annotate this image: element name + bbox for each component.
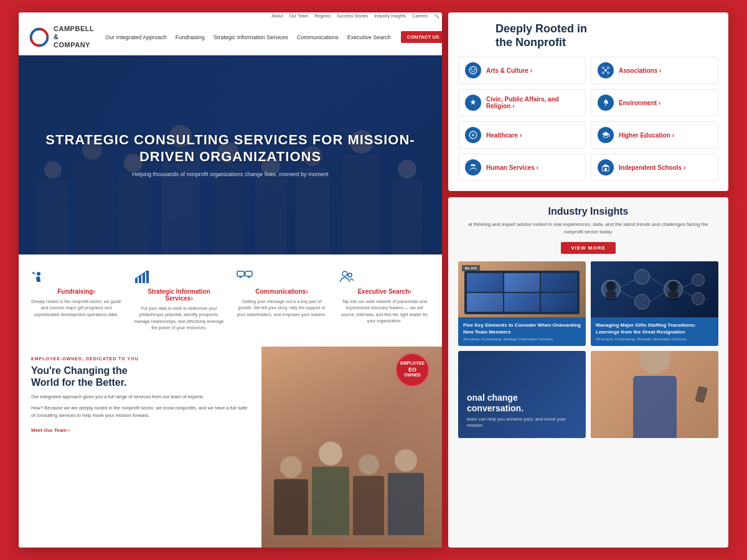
top-tiny-nav: About Our Team Regions Success Stories I… [19,12,442,20]
insight-meta-1: All entries, Fundraising, Strategic Info… [463,337,581,341]
our-team-link[interactable]: Our Team [289,14,309,19]
bottom-card-right [591,351,718,438]
svg-line-43 [683,283,692,287]
logo[interactable]: CAMPBELL & COMPANY [29,25,95,50]
industry-healthcare[interactable]: Healthcare › [458,121,586,149]
arts-icon [465,62,481,78]
svg-point-10 [342,271,347,276]
healthcare-icon [465,127,481,143]
svg-point-19 [608,72,609,74]
meet-team-link[interactable]: Meet Our Team › [31,427,70,433]
svg-point-30 [473,164,476,167]
insight-card-1[interactable]: BLOG Five Key Elements to Consider Wh [458,261,586,346]
independent-schools-icon [598,159,614,175]
hero-section: STRATEGIC CONSULTING SERVICES FOR MISSIO… [19,55,442,254]
svg-point-14 [474,69,475,70]
industry-independent-schools[interactable]: Independent Schools › [591,154,718,181]
tagline-desc2: How? Because we are deeply rooted in the… [31,404,249,419]
search-icon[interactable]: 🔍 [434,14,439,19]
bottom-card-desc: team can help you achieve pact, and move… [467,416,577,429]
communications-icon [237,269,327,284]
strategic-icon [134,269,224,284]
executive-icon [339,269,430,284]
higher-education-icon [598,127,614,143]
industry-civic[interactable]: Civic, Public Affairs, and Religion › [458,89,586,116]
insight-meta-2: All sectors, Fundraising, Strategic Info… [596,337,713,341]
bottom-grid: onal change conversation. team can help … [458,351,718,438]
contact-button[interactable]: CONTACT US [401,31,442,43]
nav-strategic[interactable]: Strategic Information Services [214,34,288,40]
svg-line-23 [606,71,608,72]
service-communications: Communications› Getting your message out… [237,269,327,332]
insights-grid: BLOG Five Key Elements to Consider Wh [458,261,718,346]
service-name-fundraising[interactable]: Fundraising› [31,288,121,295]
nav-fundraising[interactable]: Fundraising [176,34,205,40]
nav-communications[interactable]: Communications [297,34,339,40]
bottom-card-left: onal change conversation. team can help … [458,351,586,438]
success-stories-link[interactable]: Success Stories [337,14,368,19]
svg-point-38 [692,292,705,305]
healthcare-label: Healthcare › [486,132,522,139]
insight-card-title-2: Managing Major Gifts Staffing Transition… [596,322,713,335]
industry-arts[interactable]: Arts & Culture › [458,57,586,84]
svg-point-35 [635,294,650,309]
svg-line-22 [604,71,605,72]
view-more-button[interactable]: VIEW MORE [561,242,616,254]
svg-rect-6 [143,273,145,283]
associations-label: Associations › [619,67,661,74]
human-services-icon [465,159,481,175]
svg-line-40 [621,291,635,299]
svg-point-37 [692,274,705,286]
employee-label: EMPLOYEE-OWNED, DEDICATED TO YOU [31,357,249,361]
svg-line-44 [683,291,692,296]
environment-icon [598,95,614,111]
svg-point-47 [669,281,679,291]
dropdown-panel: Deeply Rooted in the Nonprofit Arts & Cu… [448,12,728,191]
svg-point-1 [37,272,40,276]
associations-icon [598,62,614,78]
industry-higher-education[interactable]: Higher Education › [591,121,718,149]
industry-environment[interactable]: Environment › [591,89,718,116]
svg-point-3 [32,272,34,274]
svg-line-42 [650,292,664,302]
service-desc-executive: Tap into our wide network of passionate … [339,299,430,325]
employee-image: EMPLOYEE EO OWNED [261,347,442,548]
svg-point-16 [602,67,604,69]
bottom-card-title: onal change conversation. [467,393,577,414]
left-panel: About Our Team Regions Success Stories I… [19,12,442,548]
svg-point-0 [29,27,49,47]
insight-card-2[interactable]: BLOG [591,261,718,346]
svg-line-21 [606,68,608,70]
independent-schools-label: Independent Schools › [619,164,685,171]
svg-line-41 [650,277,664,286]
industry-insights-link[interactable]: Industry Insights [374,14,406,19]
service-name-executive[interactable]: Executive Search› [339,288,430,295]
about-link[interactable]: About [271,14,283,19]
insight-card-title-1: Five Key Elements to Consider When Onboa… [463,322,581,335]
svg-point-45 [606,281,616,291]
insight-content-2: Managing Major Gifts Staffing Transition… [591,317,718,346]
svg-point-18 [602,72,604,74]
industry-associations[interactable]: Associations › [591,57,718,84]
nav-links: Our Integrated Approach Fundraising Stra… [105,34,391,40]
right-panel: Deeply Rooted in the Nonprofit Arts & Cu… [448,12,728,548]
employee-section: EMPLOYEE-OWNED, DEDICATED TO YOU You're … [19,347,261,548]
dropdown-title: Deeply Rooted in the Nonprofit [496,22,718,49]
nav-integrated[interactable]: Our Integrated Approach [105,34,167,40]
industry-human-services[interactable]: Human Services › [458,154,586,181]
insights-title: Industry Insights [458,206,718,217]
nav-executive[interactable]: Executive Search [347,34,391,40]
service-desc-communications: Getting your message out is a key part o… [237,299,327,319]
service-name-strategic[interactable]: Strategic Information Services› [134,288,224,302]
higher-education-label: Higher Education › [619,132,674,139]
civic-label: Civic, Public Affairs, and Religion › [486,96,579,110]
insight-img-2: BLOG [591,261,718,317]
service-strategic: Strategic Information Services› Put your… [134,269,224,332]
service-name-communications[interactable]: Communications› [237,288,327,295]
service-fundraising: Fundraising› Deeply rooted in the nonpro… [31,269,121,332]
careers-link[interactable]: Careers [412,14,428,19]
svg-point-29 [471,164,474,167]
dropdown-header: Deeply Rooted in the Nonprofit [458,22,718,57]
logo-icon [29,26,50,49]
regions-link[interactable]: Regions [314,14,331,19]
